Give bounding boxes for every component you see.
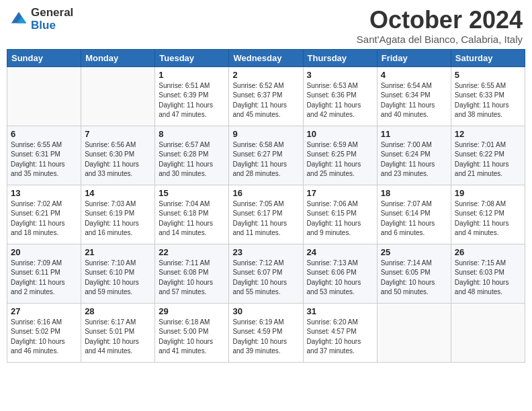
- day-cell: 20Sunrise: 7:09 AM Sunset: 6:11 PM Dayli…: [7, 244, 81, 303]
- day-number: 5: [455, 70, 521, 80]
- day-info: Sunrise: 7:13 AM Sunset: 6:06 PM Dayligh…: [307, 259, 373, 298]
- day-cell: 30Sunrise: 6:19 AM Sunset: 4:59 PM Dayli…: [229, 303, 303, 362]
- day-number: 7: [85, 129, 151, 139]
- day-info: Sunrise: 7:03 AM Sunset: 6:19 PM Dayligh…: [85, 199, 151, 238]
- day-number: 17: [307, 188, 373, 198]
- calendar-table: SundayMondayTuesdayWednesdayThursdayFrid…: [7, 49, 525, 363]
- week-row-3: 13Sunrise: 7:02 AM Sunset: 6:21 PM Dayli…: [7, 185, 525, 244]
- day-info: Sunrise: 6:59 AM Sunset: 6:25 PM Dayligh…: [307, 140, 373, 179]
- day-cell: 27Sunrise: 6:16 AM Sunset: 5:02 PM Dayli…: [7, 303, 81, 362]
- day-cell: 16Sunrise: 7:05 AM Sunset: 6:17 PM Dayli…: [229, 185, 303, 244]
- day-number: 12: [455, 129, 521, 139]
- day-cell: 29Sunrise: 6:18 AM Sunset: 5:00 PM Dayli…: [155, 303, 229, 362]
- day-number: 10: [307, 129, 373, 139]
- week-row-1: 1Sunrise: 6:51 AM Sunset: 6:39 PM Daylig…: [7, 66, 525, 126]
- header-cell-tuesday: Tuesday: [155, 49, 229, 66]
- header-cell-thursday: Thursday: [303, 49, 377, 66]
- day-cell: [81, 66, 155, 126]
- day-number: 21: [85, 247, 151, 257]
- day-info: Sunrise: 7:04 AM Sunset: 6:18 PM Dayligh…: [159, 199, 225, 238]
- calendar-header: SundayMondayTuesdayWednesdayThursdayFrid…: [7, 49, 525, 66]
- day-info: Sunrise: 6:18 AM Sunset: 5:00 PM Dayligh…: [159, 318, 225, 357]
- day-cell: 24Sunrise: 7:13 AM Sunset: 6:06 PM Dayli…: [303, 244, 377, 303]
- day-cell: 22Sunrise: 7:11 AM Sunset: 6:08 PM Dayli…: [155, 244, 229, 303]
- day-cell: 11Sunrise: 7:00 AM Sunset: 6:24 PM Dayli…: [377, 126, 451, 185]
- day-cell: 25Sunrise: 7:14 AM Sunset: 6:05 PM Dayli…: [377, 244, 451, 303]
- day-number: 4: [381, 70, 447, 80]
- day-info: Sunrise: 7:00 AM Sunset: 6:24 PM Dayligh…: [381, 140, 447, 179]
- day-cell: 10Sunrise: 6:59 AM Sunset: 6:25 PM Dayli…: [303, 126, 377, 185]
- day-info: Sunrise: 6:55 AM Sunset: 6:31 PM Dayligh…: [11, 140, 77, 179]
- day-cell: [377, 303, 451, 362]
- day-number: 14: [85, 188, 151, 198]
- location-subtitle: Sant'Agata del Bianco, Calabria, Italy: [357, 34, 523, 45]
- day-cell: [451, 303, 525, 362]
- header-row: SundayMondayTuesdayWednesdayThursdayFrid…: [7, 49, 525, 66]
- header-cell-saturday: Saturday: [451, 49, 525, 66]
- day-number: 24: [307, 247, 373, 257]
- day-info: Sunrise: 6:17 AM Sunset: 5:01 PM Dayligh…: [85, 318, 151, 357]
- day-number: 27: [11, 306, 77, 316]
- title-block: October 2024 Sant'Agata del Bianco, Cala…: [357, 7, 523, 45]
- day-info: Sunrise: 6:56 AM Sunset: 6:30 PM Dayligh…: [85, 140, 151, 179]
- page-header: General Blue October 2024 Sant'Agata del…: [7, 7, 525, 45]
- day-number: 2: [232, 70, 299, 80]
- day-cell: 1Sunrise: 6:51 AM Sunset: 6:39 PM Daylig…: [155, 66, 229, 126]
- logo-blue: Blue: [31, 19, 73, 32]
- day-info: Sunrise: 7:09 AM Sunset: 6:11 PM Dayligh…: [11, 259, 77, 298]
- day-cell: 12Sunrise: 7:01 AM Sunset: 6:22 PM Dayli…: [451, 126, 525, 185]
- day-info: Sunrise: 6:52 AM Sunset: 6:37 PM Dayligh…: [232, 81, 299, 120]
- logo-icon: [9, 10, 28, 29]
- calendar-body: 1Sunrise: 6:51 AM Sunset: 6:39 PM Daylig…: [7, 66, 525, 362]
- logo: General Blue: [9, 7, 73, 32]
- day-number: 18: [381, 188, 447, 198]
- week-row-4: 20Sunrise: 7:09 AM Sunset: 6:11 PM Dayli…: [7, 244, 525, 303]
- day-info: Sunrise: 7:05 AM Sunset: 6:17 PM Dayligh…: [232, 199, 299, 238]
- day-number: 15: [159, 188, 225, 198]
- header-cell-wednesday: Wednesday: [229, 49, 303, 66]
- day-cell: 5Sunrise: 6:55 AM Sunset: 6:33 PM Daylig…: [451, 66, 525, 126]
- day-number: 9: [232, 129, 299, 139]
- day-number: 23: [232, 247, 299, 257]
- day-number: 31: [307, 306, 373, 316]
- day-number: 20: [11, 247, 77, 257]
- day-cell: 9Sunrise: 6:58 AM Sunset: 6:27 PM Daylig…: [229, 126, 303, 185]
- day-cell: 31Sunrise: 6:20 AM Sunset: 4:57 PM Dayli…: [303, 303, 377, 362]
- logo-general: General: [31, 7, 73, 19]
- day-number: 25: [381, 247, 447, 257]
- day-number: 1: [159, 70, 225, 80]
- day-cell: 2Sunrise: 6:52 AM Sunset: 6:37 PM Daylig…: [229, 66, 303, 126]
- day-number: 26: [455, 247, 521, 257]
- day-info: Sunrise: 6:20 AM Sunset: 4:57 PM Dayligh…: [307, 318, 373, 357]
- day-number: 28: [85, 306, 151, 316]
- day-cell: 7Sunrise: 6:56 AM Sunset: 6:30 PM Daylig…: [81, 126, 155, 185]
- day-number: 8: [159, 129, 225, 139]
- day-cell: 17Sunrise: 7:06 AM Sunset: 6:15 PM Dayli…: [303, 185, 377, 244]
- header-cell-friday: Friday: [377, 49, 451, 66]
- month-title: October 2024: [357, 7, 523, 34]
- day-cell: 15Sunrise: 7:04 AM Sunset: 6:18 PM Dayli…: [155, 185, 229, 244]
- day-cell: 3Sunrise: 6:53 AM Sunset: 6:36 PM Daylig…: [303, 66, 377, 126]
- day-cell: 8Sunrise: 6:57 AM Sunset: 6:28 PM Daylig…: [155, 126, 229, 185]
- day-cell: 19Sunrise: 7:08 AM Sunset: 6:12 PM Dayli…: [451, 185, 525, 244]
- day-info: Sunrise: 6:55 AM Sunset: 6:33 PM Dayligh…: [455, 81, 521, 120]
- day-info: Sunrise: 7:02 AM Sunset: 6:21 PM Dayligh…: [11, 199, 77, 238]
- day-cell: 6Sunrise: 6:55 AM Sunset: 6:31 PM Daylig…: [7, 126, 81, 185]
- day-number: 19: [455, 188, 521, 198]
- day-cell: [7, 66, 81, 126]
- day-info: Sunrise: 7:15 AM Sunset: 6:03 PM Dayligh…: [455, 259, 521, 298]
- day-cell: 26Sunrise: 7:15 AM Sunset: 6:03 PM Dayli…: [451, 244, 525, 303]
- day-number: 3: [307, 70, 373, 80]
- day-info: Sunrise: 7:01 AM Sunset: 6:22 PM Dayligh…: [455, 140, 521, 179]
- week-row-2: 6Sunrise: 6:55 AM Sunset: 6:31 PM Daylig…: [7, 126, 525, 185]
- day-info: Sunrise: 7:06 AM Sunset: 6:15 PM Dayligh…: [307, 199, 373, 238]
- day-cell: 23Sunrise: 7:12 AM Sunset: 6:07 PM Dayli…: [229, 244, 303, 303]
- day-info: Sunrise: 6:53 AM Sunset: 6:36 PM Dayligh…: [307, 81, 373, 120]
- day-info: Sunrise: 6:51 AM Sunset: 6:39 PM Dayligh…: [159, 81, 225, 120]
- day-info: Sunrise: 7:07 AM Sunset: 6:14 PM Dayligh…: [381, 199, 447, 238]
- day-info: Sunrise: 6:54 AM Sunset: 6:34 PM Dayligh…: [381, 81, 447, 120]
- day-info: Sunrise: 7:14 AM Sunset: 6:05 PM Dayligh…: [381, 259, 447, 298]
- day-cell: 21Sunrise: 7:10 AM Sunset: 6:10 PM Dayli…: [81, 244, 155, 303]
- day-number: 11: [381, 129, 447, 139]
- day-info: Sunrise: 7:12 AM Sunset: 6:07 PM Dayligh…: [232, 259, 299, 298]
